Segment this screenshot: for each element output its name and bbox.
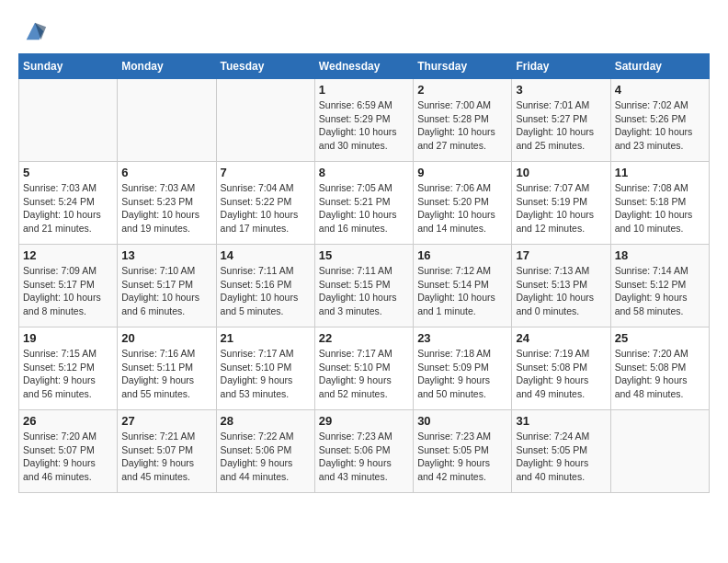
day-info: Sunrise: 7:11 AM Sunset: 5:15 PM Dayligh… xyxy=(319,264,409,318)
day-number: 17 xyxy=(516,248,606,262)
day-number: 28 xyxy=(221,414,311,428)
weekday-header-monday: Monday xyxy=(118,54,216,79)
day-info: Sunrise: 7:11 AM Sunset: 5:16 PM Dayligh… xyxy=(221,264,311,318)
calendar-cell xyxy=(216,79,314,162)
calendar-cell: 29Sunrise: 7:23 AM Sunset: 5:06 PM Dayli… xyxy=(314,410,413,493)
calendar-cell: 31Sunrise: 7:24 AM Sunset: 5:05 PM Dayli… xyxy=(512,410,610,493)
calendar-cell: 18Sunrise: 7:14 AM Sunset: 5:12 PM Dayli… xyxy=(610,245,709,327)
calendar-table: SundayMondayTuesdayWednesdayThursdayFrid… xyxy=(18,53,710,493)
calendar-cell: 24Sunrise: 7:19 AM Sunset: 5:08 PM Dayli… xyxy=(512,327,610,410)
calendar-cell: 6Sunrise: 7:03 AM Sunset: 5:23 PM Daylig… xyxy=(118,162,216,245)
calendar-cell: 2Sunrise: 7:00 AM Sunset: 5:28 PM Daylig… xyxy=(414,79,512,162)
weekday-header-friday: Friday xyxy=(512,54,610,79)
day-number: 5 xyxy=(23,166,113,179)
day-info: Sunrise: 7:00 AM Sunset: 5:28 PM Dayligh… xyxy=(417,98,507,153)
calendar-cell: 8Sunrise: 7:05 AM Sunset: 5:21 PM Daylig… xyxy=(314,162,413,245)
calendar-week-2: 5Sunrise: 7:03 AM Sunset: 5:24 PM Daylig… xyxy=(19,162,710,245)
day-info: Sunrise: 7:10 AM Sunset: 5:17 PM Dayligh… xyxy=(121,264,211,318)
day-info: Sunrise: 7:08 AM Sunset: 5:18 PM Dayligh… xyxy=(615,181,705,236)
day-number: 24 xyxy=(516,331,606,345)
day-number: 10 xyxy=(516,166,606,179)
day-number: 9 xyxy=(417,166,507,179)
calendar-cell: 23Sunrise: 7:18 AM Sunset: 5:09 PM Dayli… xyxy=(414,327,512,410)
calendar-week-4: 19Sunrise: 7:15 AM Sunset: 5:12 PM Dayli… xyxy=(19,327,710,410)
day-info: Sunrise: 7:20 AM Sunset: 5:08 PM Dayligh… xyxy=(615,347,705,401)
day-info: Sunrise: 7:05 AM Sunset: 5:21 PM Dayligh… xyxy=(319,181,409,236)
day-info: Sunrise: 7:15 AM Sunset: 5:12 PM Dayligh… xyxy=(23,347,113,401)
day-number: 8 xyxy=(319,166,409,179)
weekday-header-saturday: Saturday xyxy=(610,54,709,79)
calendar-cell: 26Sunrise: 7:20 AM Sunset: 5:07 PM Dayli… xyxy=(19,410,118,493)
page-header xyxy=(18,18,710,44)
calendar-cell xyxy=(610,410,709,493)
day-info: Sunrise: 6:59 AM Sunset: 5:29 PM Dayligh… xyxy=(319,98,409,153)
calendar-cell: 9Sunrise: 7:06 AM Sunset: 5:20 PM Daylig… xyxy=(414,162,512,245)
day-number: 14 xyxy=(221,248,311,262)
calendar-cell: 4Sunrise: 7:02 AM Sunset: 5:26 PM Daylig… xyxy=(610,79,709,162)
calendar-week-5: 26Sunrise: 7:20 AM Sunset: 5:07 PM Dayli… xyxy=(19,410,710,493)
weekday-header-thursday: Thursday xyxy=(414,54,512,79)
calendar-cell: 21Sunrise: 7:17 AM Sunset: 5:10 PM Dayli… xyxy=(216,327,314,410)
calendar-cell: 20Sunrise: 7:16 AM Sunset: 5:11 PM Dayli… xyxy=(118,327,216,410)
day-number: 27 xyxy=(121,414,211,428)
day-number: 26 xyxy=(23,414,113,428)
calendar-cell: 10Sunrise: 7:07 AM Sunset: 5:19 PM Dayli… xyxy=(512,162,610,245)
day-info: Sunrise: 7:20 AM Sunset: 5:07 PM Dayligh… xyxy=(23,430,113,484)
day-info: Sunrise: 7:17 AM Sunset: 5:10 PM Dayligh… xyxy=(221,347,311,401)
calendar-cell xyxy=(118,79,216,162)
day-info: Sunrise: 7:21 AM Sunset: 5:07 PM Dayligh… xyxy=(121,430,211,484)
weekday-header-sunday: Sunday xyxy=(19,54,118,79)
logo xyxy=(18,18,48,44)
day-info: Sunrise: 7:22 AM Sunset: 5:06 PM Dayligh… xyxy=(221,430,311,484)
day-info: Sunrise: 7:14 AM Sunset: 5:12 PM Dayligh… xyxy=(615,264,705,318)
day-info: Sunrise: 7:02 AM Sunset: 5:26 PM Dayligh… xyxy=(615,98,705,153)
calendar-cell: 11Sunrise: 7:08 AM Sunset: 5:18 PM Dayli… xyxy=(610,162,709,245)
weekday-header-wednesday: Wednesday xyxy=(314,54,413,79)
calendar-cell: 14Sunrise: 7:11 AM Sunset: 5:16 PM Dayli… xyxy=(216,245,314,327)
day-number: 22 xyxy=(319,331,409,345)
day-info: Sunrise: 7:23 AM Sunset: 5:05 PM Dayligh… xyxy=(417,430,507,484)
day-info: Sunrise: 7:17 AM Sunset: 5:10 PM Dayligh… xyxy=(319,347,409,401)
weekday-header-tuesday: Tuesday xyxy=(216,54,314,79)
day-info: Sunrise: 7:24 AM Sunset: 5:05 PM Dayligh… xyxy=(516,430,606,484)
day-number: 30 xyxy=(417,414,507,428)
calendar-cell: 12Sunrise: 7:09 AM Sunset: 5:17 PM Dayli… xyxy=(19,245,118,327)
calendar-cell: 19Sunrise: 7:15 AM Sunset: 5:12 PM Dayli… xyxy=(19,327,118,410)
day-number: 3 xyxy=(516,83,606,97)
day-info: Sunrise: 7:23 AM Sunset: 5:06 PM Dayligh… xyxy=(319,430,409,484)
day-number: 7 xyxy=(221,166,311,179)
day-info: Sunrise: 7:01 AM Sunset: 5:27 PM Dayligh… xyxy=(516,98,606,153)
day-number: 1 xyxy=(319,83,409,97)
day-info: Sunrise: 7:12 AM Sunset: 5:14 PM Dayligh… xyxy=(417,264,507,318)
day-info: Sunrise: 7:09 AM Sunset: 5:17 PM Dayligh… xyxy=(23,264,113,318)
day-number: 13 xyxy=(121,248,211,262)
calendar-cell: 25Sunrise: 7:20 AM Sunset: 5:08 PM Dayli… xyxy=(610,327,709,410)
calendar-cell: 7Sunrise: 7:04 AM Sunset: 5:22 PM Daylig… xyxy=(216,162,314,245)
day-info: Sunrise: 7:18 AM Sunset: 5:09 PM Dayligh… xyxy=(417,347,507,401)
day-number: 18 xyxy=(615,248,705,262)
day-info: Sunrise: 7:04 AM Sunset: 5:22 PM Dayligh… xyxy=(221,181,311,236)
day-number: 16 xyxy=(417,248,507,262)
day-number: 31 xyxy=(516,414,606,428)
day-info: Sunrise: 7:13 AM Sunset: 5:13 PM Dayligh… xyxy=(516,264,606,318)
calendar-cell: 5Sunrise: 7:03 AM Sunset: 5:24 PM Daylig… xyxy=(19,162,118,245)
day-number: 21 xyxy=(221,331,311,345)
calendar-cell: 15Sunrise: 7:11 AM Sunset: 5:15 PM Dayli… xyxy=(314,245,413,327)
day-info: Sunrise: 7:06 AM Sunset: 5:20 PM Dayligh… xyxy=(417,181,507,236)
day-info: Sunrise: 7:07 AM Sunset: 5:19 PM Dayligh… xyxy=(516,181,606,236)
day-number: 23 xyxy=(417,331,507,345)
calendar-week-1: 1Sunrise: 6:59 AM Sunset: 5:29 PM Daylig… xyxy=(19,79,710,162)
calendar-cell: 17Sunrise: 7:13 AM Sunset: 5:13 PM Dayli… xyxy=(512,245,610,327)
day-number: 20 xyxy=(121,331,211,345)
calendar-cell xyxy=(19,79,118,162)
day-number: 19 xyxy=(23,331,113,345)
day-info: Sunrise: 7:03 AM Sunset: 5:23 PM Dayligh… xyxy=(121,181,211,236)
calendar-cell: 28Sunrise: 7:22 AM Sunset: 5:06 PM Dayli… xyxy=(216,410,314,493)
logo-icon xyxy=(22,18,48,44)
calendar-cell: 16Sunrise: 7:12 AM Sunset: 5:14 PM Dayli… xyxy=(414,245,512,327)
calendar-cell: 30Sunrise: 7:23 AM Sunset: 5:05 PM Dayli… xyxy=(414,410,512,493)
calendar-cell: 3Sunrise: 7:01 AM Sunset: 5:27 PM Daylig… xyxy=(512,79,610,162)
calendar-cell: 27Sunrise: 7:21 AM Sunset: 5:07 PM Dayli… xyxy=(118,410,216,493)
calendar-cell: 22Sunrise: 7:17 AM Sunset: 5:10 PM Dayli… xyxy=(314,327,413,410)
day-info: Sunrise: 7:03 AM Sunset: 5:24 PM Dayligh… xyxy=(23,181,113,236)
